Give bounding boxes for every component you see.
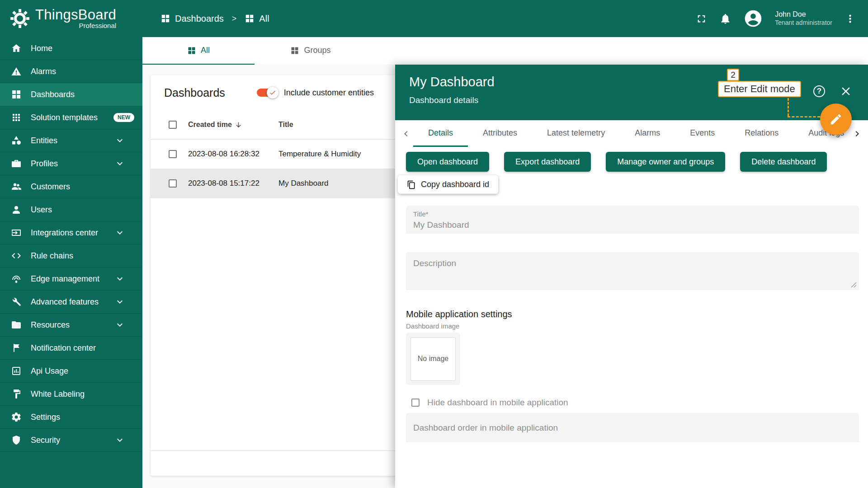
sidebar-item-edge-management[interactable]: Edge management: [0, 267, 142, 291]
dashboard-image-label: Dashboard image: [406, 322, 859, 330]
description-field[interactable]: Description: [406, 252, 859, 290]
security-icon: [11, 435, 22, 446]
sidebar-item-label: Edge management: [31, 274, 114, 284]
column-created-time[interactable]: Created time: [188, 121, 278, 129]
tab-relations[interactable]: Relations: [730, 120, 793, 147]
sidebar-item-white-labeling[interactable]: White Labeling: [0, 383, 142, 406]
sidebar-item-profiles[interactable]: Profiles: [0, 152, 142, 175]
user-menu[interactable]: John Doe Tenant administrator: [775, 10, 832, 27]
new-badge: NEW: [113, 113, 134, 122]
column-label: Title: [278, 121, 293, 128]
delete-dashboard-button[interactable]: Delete dashboard: [740, 152, 827, 172]
tab-latest-telemetry[interactable]: Latest telemetry: [532, 120, 620, 147]
tabs-scroll-right-button[interactable]: [850, 120, 865, 147]
notification-icon: [11, 343, 22, 353]
sidebar-item-customers[interactable]: Customers: [0, 175, 142, 198]
fullscreen-button[interactable]: [695, 13, 708, 25]
toggle-track[interactable]: [257, 89, 277, 97]
sidebar-item-api-usage[interactable]: Api Usage: [0, 360, 142, 383]
tab-events[interactable]: Events: [675, 120, 730, 147]
more-menu-button[interactable]: [844, 13, 856, 25]
dashboard-image-dropzone[interactable]: No image: [406, 333, 460, 385]
user-role: Tenant administrator: [775, 19, 832, 27]
no-image-placeholder: No image: [410, 337, 456, 381]
open-dashboard-button[interactable]: Open dashboard: [406, 152, 489, 172]
sidebar-item-integrations-center[interactable]: Integrations center: [0, 221, 142, 244]
sidebar: ThingsBoard Professional Home Alarms Das…: [0, 0, 142, 488]
sidebar-item-label: Alarms: [31, 67, 134, 76]
sidebar-item-solution-templates[interactable]: Solution templates NEW: [0, 106, 142, 129]
sidebar-item-dashboards[interactable]: Dashboards: [0, 83, 142, 106]
breadcrumb-dashboards[interactable]: Dashboards: [160, 14, 224, 24]
hide-dashboard-label: Hide dashboard in mobile application: [427, 398, 568, 408]
breadcrumb-separator: >: [232, 14, 237, 23]
tab-all[interactable]: All: [142, 37, 255, 65]
sidebar-item-resources[interactable]: Resources: [0, 314, 142, 337]
sidebar-item-entities[interactable]: Entities: [0, 129, 142, 152]
export-dashboard-button[interactable]: Export dashboard: [504, 152, 591, 172]
resize-handle-icon[interactable]: [851, 282, 857, 288]
sidebar-item-rule-chains[interactable]: Rule chains: [0, 244, 142, 267]
title-field[interactable]: Title* My Dashboard: [406, 206, 859, 234]
hide-dashboard-checkbox-row[interactable]: Hide dashboard in mobile application: [411, 398, 859, 408]
help-icon[interactable]: ?: [813, 85, 825, 97]
sidebar-item-label: White Labeling: [31, 389, 134, 399]
enter-edit-mode-fab[interactable]: [820, 103, 852, 135]
annotation-connector-vertical: [788, 98, 789, 116]
brand-text: ThingsBoard Professional: [35, 8, 116, 29]
copy-dashboard-id-button[interactable]: Copy dashboard id: [398, 175, 498, 194]
entity-view-tabs: All Groups: [142, 37, 868, 65]
tab-attributes[interactable]: Attributes: [468, 120, 532, 147]
sidebar-item-settings[interactable]: Settings: [0, 406, 142, 429]
manage-owner-groups-button[interactable]: Manage owner and groups: [606, 152, 725, 172]
top-bar: Dashboards > All John Doe Tenant adminis…: [142, 0, 868, 37]
thingsboard-app: ThingsBoard Professional Home Alarms Das…: [0, 0, 868, 488]
brand-logo[interactable]: ThingsBoard Professional: [0, 0, 142, 37]
description-placeholder: Description: [413, 258, 852, 268]
row-checkbox[interactable]: [169, 150, 177, 158]
tab-details[interactable]: Details: [413, 120, 468, 147]
dashboard-details-panel: My Dashboard Dashboard details Details A…: [395, 65, 868, 488]
solution-templates-icon: [11, 112, 22, 123]
sidebar-item-notification-center[interactable]: Notification center: [0, 337, 142, 360]
user-name: John Doe: [775, 10, 832, 19]
close-icon[interactable]: [839, 84, 853, 98]
breadcrumb-label: Dashboards: [175, 14, 224, 24]
chevron-down-icon: [114, 435, 125, 446]
notifications-bell-button[interactable]: [719, 13, 731, 25]
tabs-scroll-left-button[interactable]: [398, 120, 413, 147]
profiles-icon: [11, 158, 22, 169]
dashboard-order-field[interactable]: Dashboard order in mobile application: [406, 413, 859, 442]
sidebar-item-alarms[interactable]: Alarms: [0, 60, 142, 83]
sidebar-nav: Home Alarms Dashboards Solution template…: [0, 37, 142, 452]
include-customer-entities-toggle[interactable]: Include customer entities: [257, 88, 374, 98]
tab-label: Groups: [304, 46, 330, 55]
breadcrumb-label: All: [259, 14, 269, 24]
row-checkbox[interactable]: [169, 179, 177, 188]
brand-tagline: Professional: [35, 22, 116, 29]
sidebar-item-label: Advanced features: [31, 297, 114, 307]
annotation-step-number: 2: [727, 69, 739, 81]
sidebar-item-security[interactable]: Security: [0, 429, 142, 452]
dashboards-icon: [11, 89, 22, 100]
customers-icon: [11, 181, 22, 192]
select-all-checkbox[interactable]: [169, 121, 177, 129]
sidebar-item-label: Rule chains: [31, 251, 134, 261]
sidebar-item-label: Solution templates: [31, 113, 113, 122]
white-labeling-icon: [11, 389, 22, 399]
sidebar-item-users[interactable]: Users: [0, 198, 142, 221]
breadcrumb-all[interactable]: All: [245, 14, 269, 24]
hide-dashboard-checkbox[interactable]: [411, 399, 420, 407]
tab-alarms[interactable]: Alarms: [620, 120, 675, 147]
user-avatar[interactable]: [743, 9, 763, 28]
chevron-down-icon: [114, 227, 125, 238]
annotation-label: Enter Edit mode: [718, 81, 801, 97]
tab-groups[interactable]: Groups: [255, 37, 367, 65]
tabs-strip: Details Attributes Latest telemetry Alar…: [413, 120, 850, 147]
sidebar-item-advanced-features[interactable]: Advanced features: [0, 291, 142, 314]
sidebar-item-label: Resources: [31, 320, 114, 330]
sidebar-item-home[interactable]: Home: [0, 37, 142, 60]
sidebar-item-label: Api Usage: [31, 366, 134, 376]
settings-icon: [11, 412, 22, 422]
dashboard-order-placeholder: Dashboard order in mobile application: [413, 423, 558, 433]
